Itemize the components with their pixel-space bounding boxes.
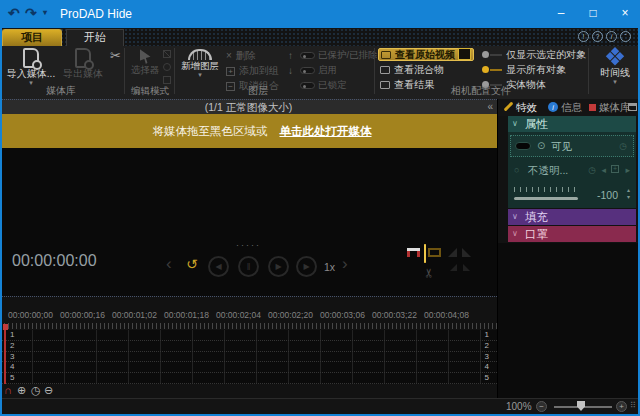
- ruler-label: 00:00:02;20: [268, 310, 313, 320]
- edit-tool-ellipse-icon[interactable]: [163, 63, 171, 71]
- opacity-value[interactable]: -100: [597, 189, 618, 201]
- pause-button[interactable]: ‖: [238, 256, 259, 277]
- drag-handle-dots[interactable]: ·····: [0, 240, 497, 250]
- group-label-layers: 图层: [176, 84, 340, 98]
- track-row[interactable]: 3 3: [0, 352, 497, 363]
- track-row[interactable]: 2 2: [0, 341, 497, 352]
- panel-tab-info[interactable]: 信息: [561, 99, 582, 115]
- track-row[interactable]: 5 5: [0, 373, 497, 384]
- minimize-button[interactable]: –: [548, 6, 574, 20]
- timeline-ruler[interactable]: 00:00:00;00 00:00:00;16 00:00:01;02 00:0…: [0, 296, 497, 330]
- zoom-out-button[interactable]: ⊖: [44, 384, 53, 397]
- toggle-off-icon: [482, 50, 502, 59]
- extra-view-checkbox[interactable]: [458, 48, 471, 60]
- edit-tool-pen-icon[interactable]: [163, 50, 171, 58]
- panel-float-icon[interactable]: [628, 103, 637, 111]
- clock-icon[interactable]: ◷: [619, 141, 627, 151]
- timeline-ribbon-button[interactable]: 时间线 ▾: [592, 46, 638, 92]
- edit-tool-rect-icon[interactable]: [163, 76, 171, 84]
- keyframe-add-icon[interactable]: +: [611, 165, 619, 173]
- loop-button[interactable]: ↺: [186, 256, 198, 272]
- visible-toggle[interactable]: [515, 142, 531, 150]
- toggle-show-selected[interactable]: 仅显示选定的对象: [482, 48, 586, 61]
- zoom-in-button[interactable]: ⊕: [17, 384, 26, 397]
- spin-up-icon[interactable]: ▴: [627, 187, 630, 194]
- group-label-edit: 编辑模式: [126, 85, 174, 98]
- clock-icon[interactable]: ◷: [588, 165, 596, 175]
- undo-icon[interactable]: ↶: [8, 5, 20, 21]
- preview-canvas[interactable]: ····· 00:00:00:00 ‹ ↺ ◀ ‖ ▶ ▶ 1x › ✂: [0, 148, 497, 296]
- status-zoom-in-button[interactable]: +: [616, 401, 627, 412]
- red-bench-icon[interactable]: [407, 248, 420, 257]
- chevron-icon: ∨: [512, 209, 518, 225]
- titlebar-caret-icon[interactable]: ▾: [43, 8, 47, 17]
- checkbox-enabled[interactable]: 启用: [300, 64, 337, 77]
- opacity-row[interactable]: ○ 不透明... ◷ ◂ + ▸: [510, 160, 634, 182]
- tab-project[interactable]: 项目: [2, 29, 62, 46]
- snap-magnet-button[interactable]: ∩: [4, 384, 12, 396]
- move-up-icon[interactable]: ↑: [288, 50, 293, 61]
- panel-tab-effects[interactable]: 特效: [516, 99, 537, 115]
- skip-end-button[interactable]: ▶: [296, 256, 317, 277]
- track-row[interactable]: 4 4: [0, 362, 497, 373]
- collapse-panel-button[interactable]: «: [487, 100, 493, 114]
- play-button[interactable]: ▶: [268, 256, 289, 277]
- prev-frame-button[interactable]: ‹: [166, 254, 172, 274]
- yellow-bench-icon[interactable]: [424, 244, 426, 263]
- redo-icon[interactable]: ↷: [25, 5, 37, 21]
- keyframe-left-icon[interactable]: ◂: [601, 165, 606, 175]
- tab-home[interactable]: 开始: [66, 29, 124, 46]
- media-banner: 将媒体拖至黑色区域或 单击此处打开媒体: [0, 114, 497, 148]
- cut-media-icon[interactable]: ✂: [110, 48, 121, 63]
- section-properties-label: 属性: [525, 116, 548, 132]
- maximize-button[interactable]: □: [580, 6, 606, 20]
- opacity-spinner[interactable]: ▴ ▾: [627, 187, 630, 201]
- panel-tab-media[interactable]: 媒体库: [599, 99, 631, 115]
- pin-icon[interactable]: !: [578, 31, 589, 42]
- ruler-ticks: [0, 323, 497, 329]
- opacity-slider[interactable]: [514, 197, 578, 200]
- track-row[interactable]: 1 1: [0, 330, 497, 341]
- track-number-right: 3: [485, 352, 497, 362]
- keyframe-right-icon[interactable]: ▸: [625, 165, 630, 175]
- section-mask-header[interactable]: ∨ 口罩: [508, 226, 636, 242]
- ruler-label: 00:00:01;18: [164, 310, 209, 320]
- move-down-icon[interactable]: ↓: [288, 65, 293, 76]
- ribbon: 导入媒体... ▾ 导出媒体 ✂ 媒体库 选择器 编辑模式 新增图层 ▾ × 删…: [0, 46, 640, 99]
- speed-label[interactable]: 1x: [324, 261, 335, 273]
- info-icon[interactable]: i: [606, 31, 617, 42]
- zoom-time-button[interactable]: ◷: [31, 384, 41, 397]
- banner-open-link[interactable]: 单击此处打开媒体: [280, 124, 372, 139]
- spin-down-icon[interactable]: ▾: [627, 194, 630, 201]
- section-fill-label: 填充: [525, 209, 548, 225]
- checkbox-protected[interactable]: 已保护/已排除: [300, 49, 378, 62]
- add-to-group-button[interactable]: + 添加到组: [226, 64, 279, 78]
- next-frame-button[interactable]: ›: [342, 254, 348, 274]
- collapse-ribbon-icon[interactable]: ˆ: [620, 31, 631, 42]
- chevron-icon: ∨: [512, 116, 518, 132]
- delete-layer-button[interactable]: × 删除: [226, 49, 256, 63]
- help-icon[interactable]: ?: [592, 31, 603, 42]
- track-number-right: 5: [485, 373, 497, 383]
- delete-icon: ×: [226, 51, 232, 61]
- playhead-line[interactable]: [4, 330, 6, 384]
- close-button[interactable]: ×: [612, 6, 638, 20]
- view-mix-button[interactable]: 查看混合物: [378, 63, 474, 76]
- ribbon-separator: [588, 48, 589, 94]
- timeline-tracks[interactable]: 1 1 2 2 3 3 4 4 5 5: [0, 330, 497, 384]
- skip-start-button[interactable]: ◀: [208, 256, 229, 277]
- add-layer-caret-icon: ▾: [198, 72, 202, 78]
- toggle-show-all[interactable]: 显示所有对象: [482, 63, 566, 76]
- section-mask-label: 口罩: [525, 226, 548, 242]
- resize-grip[interactable]: ⠿: [630, 401, 636, 410]
- section-properties-header[interactable]: ∨ 属性: [508, 116, 636, 132]
- ruler-label: 00:00:00;16: [60, 310, 105, 320]
- status-zoom-out-button[interactable]: −: [536, 401, 547, 412]
- track-number-left: 4: [0, 362, 14, 372]
- properties-body: ⊙ 可见 ◷ ○ 不透明... ◷ ◂ + ▸ -100 ▴ ▾: [508, 132, 636, 208]
- canvas-scissors-icon[interactable]: ✂: [422, 268, 436, 278]
- visible-row[interactable]: ⊙ 可见 ◷: [510, 135, 634, 157]
- reset-circle-icon[interactable]: ○: [514, 165, 519, 175]
- zoom-slider-thumb[interactable]: [577, 401, 585, 411]
- section-fill-header[interactable]: ∨ 填充: [508, 209, 636, 225]
